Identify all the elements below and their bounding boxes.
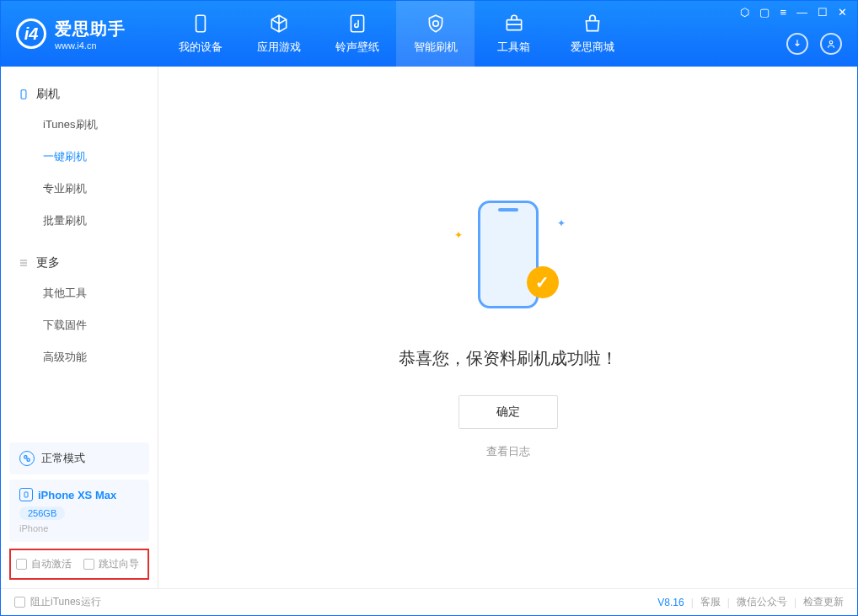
- sparkle-icon: ✦: [557, 217, 566, 229]
- tab-label: 铃声壁纸: [335, 40, 379, 55]
- tab-label: 爱思商城: [571, 40, 614, 55]
- checkbox-label: 跳过向导: [99, 557, 139, 571]
- device-mode-box[interactable]: 正常模式: [9, 442, 149, 474]
- footer-right: V8.16 | 客服 | 微信公众号 | 检查更新: [657, 595, 844, 609]
- maximize-button[interactable]: ☐: [818, 6, 828, 19]
- flash-options-row: 自动激活 跳过向导: [9, 549, 149, 580]
- store-icon: [582, 13, 603, 35]
- checkbox-auto-activate[interactable]: 自动激活: [16, 557, 72, 571]
- checkbox-icon: [14, 597, 25, 608]
- svg-rect-4: [21, 90, 26, 99]
- sidebar-item-other-tools[interactable]: 其他工具: [1, 277, 158, 309]
- feedback-icon[interactable]: ▢: [759, 6, 770, 19]
- divider: |: [691, 597, 694, 608]
- device-type: iPhone: [19, 523, 139, 533]
- checkmark-badge-icon: ✓: [527, 266, 559, 298]
- sparkle-icon: ✦: [454, 229, 463, 241]
- tab-label: 应用游戏: [257, 40, 301, 55]
- logo-area: i4 爱思助手 www.i4.cn: [1, 18, 161, 51]
- main-content: ✦ ✦ ✓ 恭喜您，保资料刷机成功啦！ 确定 查看日志: [158, 67, 857, 588]
- body-area: 刷机 iTunes刷机 一键刷机 专业刷机 批量刷机 更多 其他工具 下载固件 …: [1, 67, 857, 588]
- phone-illustration-icon: [478, 201, 539, 308]
- tab-label: 工具箱: [497, 40, 530, 55]
- sidebar-item-download-firmware[interactable]: 下载固件: [1, 309, 158, 341]
- cube-icon: [268, 13, 290, 35]
- minimize-button[interactable]: —: [796, 6, 807, 19]
- nav-tabs: 我的设备 应用游戏 铃声壁纸 智能刷机 工具箱 爱思商城: [161, 1, 631, 67]
- svg-point-5: [24, 456, 27, 458]
- footer-link-wechat[interactable]: 微信公众号: [737, 595, 787, 609]
- list-icon: [18, 257, 29, 269]
- user-icon: [825, 38, 837, 50]
- checkbox-label: 自动激活: [31, 557, 72, 571]
- tshirt-icon[interactable]: ⬡: [740, 6, 749, 19]
- device-icon: [190, 13, 212, 35]
- sidebar-item-oneclick-flash[interactable]: 一键刷机: [1, 141, 158, 173]
- divider: |: [727, 597, 730, 608]
- tab-apps-games[interactable]: 应用游戏: [239, 1, 318, 67]
- group-label: 刷机: [36, 87, 60, 102]
- svg-rect-0: [196, 15, 205, 32]
- download-button[interactable]: [786, 33, 808, 55]
- tab-store[interactable]: 爱思商城: [553, 1, 631, 67]
- svg-rect-7: [24, 492, 28, 497]
- header-action-icons: [786, 33, 847, 62]
- device-info-box[interactable]: iPhone XS Max 256GB iPhone: [9, 479, 149, 542]
- sidebar-item-itunes-flash[interactable]: iTunes刷机: [1, 109, 158, 141]
- tab-toolbox[interactable]: 工具箱: [475, 1, 553, 67]
- mode-label: 正常模式: [41, 451, 85, 466]
- checkbox-block-itunes[interactable]: 阻止iTunes运行: [14, 595, 101, 609]
- refresh-shield-icon: [425, 13, 447, 35]
- divider: |: [794, 597, 796, 608]
- tab-label: 智能刷机: [414, 40, 458, 55]
- mode-icon: [19, 451, 35, 466]
- device-phone-icon: [19, 488, 33, 501]
- header-right: ⬡ ▢ ≡ — ☐ ✕: [740, 1, 847, 67]
- sidebar-group-flash: 刷机: [1, 80, 158, 109]
- footer: 阻止iTunes运行 V8.16 | 客服 | 微信公众号 | 检查更新: [1, 588, 857, 615]
- group-label: 更多: [36, 255, 60, 271]
- tab-ringtones[interactable]: 铃声壁纸: [318, 1, 396, 67]
- success-message: 恭喜您，保资料刷机成功啦！: [399, 347, 618, 370]
- device-name-row: iPhone XS Max: [19, 488, 139, 501]
- sidebar-scroll: 刷机 iTunes刷机 一键刷机 专业刷机 批量刷机 更多 其他工具 下载固件 …: [1, 67, 158, 437]
- sidebar-item-pro-flash[interactable]: 专业刷机: [1, 173, 158, 205]
- version-label: V8.16: [657, 597, 684, 608]
- checkbox-skip-guide[interactable]: 跳过向导: [83, 557, 139, 571]
- ok-button[interactable]: 确定: [458, 395, 558, 429]
- success-illustration: ✦ ✦ ✓: [449, 196, 567, 313]
- sidebar-item-advanced[interactable]: 高级功能: [1, 341, 158, 373]
- app-window: i4 爱思助手 www.i4.cn 我的设备 应用游戏 铃声壁纸 智能刷机: [0, 0, 858, 616]
- app-subtitle: www.i4.cn: [55, 40, 126, 51]
- checkbox-label: 阻止iTunes运行: [30, 595, 101, 609]
- device-name: iPhone XS Max: [38, 489, 116, 501]
- footer-link-service[interactable]: 客服: [700, 595, 721, 609]
- toolbox-icon: [503, 13, 525, 35]
- header: i4 爱思助手 www.i4.cn 我的设备 应用游戏 铃声壁纸 智能刷机: [1, 1, 857, 67]
- app-title: 爱思助手: [55, 18, 126, 40]
- footer-link-update[interactable]: 检查更新: [803, 595, 844, 609]
- view-log-link[interactable]: 查看日志: [486, 444, 530, 459]
- sidebar-item-batch-flash[interactable]: 批量刷机: [1, 205, 158, 237]
- tab-my-device[interactable]: 我的设备: [161, 1, 239, 67]
- window-controls: ⬡ ▢ ≡ — ☐ ✕: [740, 6, 847, 19]
- tab-label: 我的设备: [179, 40, 223, 55]
- music-file-icon: [346, 13, 368, 35]
- menu-icon[interactable]: ≡: [780, 6, 786, 19]
- logo-text: 爱思助手 www.i4.cn: [55, 18, 126, 51]
- checkbox-icon: [16, 559, 27, 570]
- sidebar-bottom: 正常模式 iPhone XS Max 256GB iPhone 自: [1, 437, 158, 588]
- logo-icon: i4: [16, 19, 46, 49]
- tab-smart-flash[interactable]: 智能刷机: [396, 1, 475, 67]
- svg-point-3: [829, 41, 833, 45]
- sidebar-group-more: 更多: [1, 249, 158, 277]
- storage-badge: 256GB: [19, 506, 65, 520]
- sidebar: 刷机 iTunes刷机 一键刷机 专业刷机 批量刷机 更多 其他工具 下载固件 …: [1, 67, 158, 588]
- account-button[interactable]: [820, 33, 842, 55]
- svg-rect-1: [351, 15, 363, 32]
- svg-point-6: [27, 458, 29, 461]
- phone-icon: [18, 88, 29, 100]
- download-icon: [791, 38, 803, 50]
- checkbox-icon: [83, 559, 94, 570]
- close-button[interactable]: ✕: [838, 6, 847, 19]
